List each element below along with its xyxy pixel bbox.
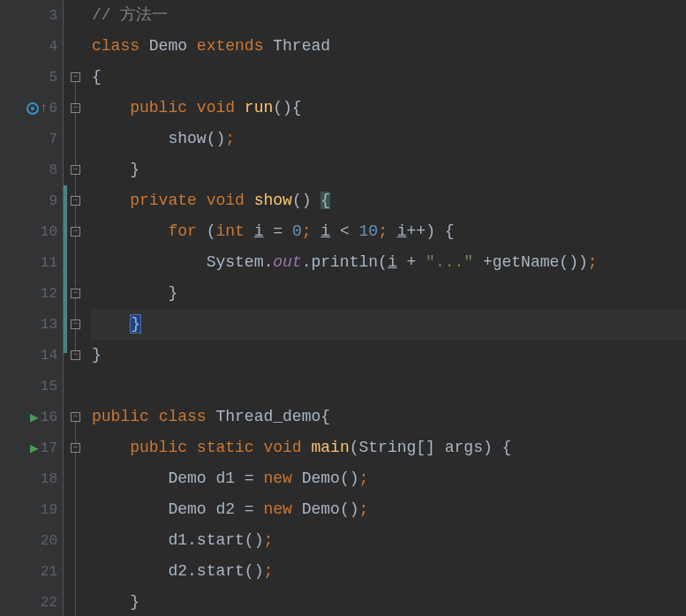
code-line[interactable]: System.out.println(i + "..." +getName())…: [90, 247, 686, 278]
code-line[interactable]: }: [90, 340, 686, 371]
line-number: 5: [0, 62, 63, 93]
line-number: 3: [0, 0, 63, 31]
code-line[interactable]: for (int i = 0; i < 10; i++) {: [90, 216, 686, 247]
override-icon[interactable]: ↑: [26, 101, 49, 116]
fold-column: − − − − − − − − − −: [64, 0, 90, 616]
code-line[interactable]: }: [90, 587, 686, 616]
fold-toggle-icon[interactable]: −: [71, 227, 80, 237]
fold-toggle-icon[interactable]: −: [71, 103, 80, 113]
code-line[interactable]: }: [90, 154, 686, 185]
line-number: ▶ 16: [0, 402, 63, 432]
line-number: 4: [0, 31, 63, 62]
fold-toggle-icon[interactable]: −: [71, 350, 80, 360]
line-number: ↑ 6: [0, 93, 63, 124]
line-number: 21: [0, 556, 63, 587]
run-gutter-icon[interactable]: ▶: [30, 439, 39, 457]
code-line[interactable]: }: [90, 278, 686, 309]
code-line-current[interactable]: }: [90, 309, 686, 340]
line-number: 9: [0, 185, 63, 216]
code-area[interactable]: // 方法一 class Demo extends Thread { publi…: [90, 0, 686, 616]
fold-toggle-icon[interactable]: −: [71, 443, 80, 453]
code-line[interactable]: show();: [90, 124, 686, 154]
code-line[interactable]: d2.start();: [90, 556, 686, 587]
line-number-gutter: 3 4 5 ↑ 6 7 8 9 10 11 12 13 14 15 ▶ 16 ▶…: [0, 0, 64, 616]
line-number: 13: [0, 309, 63, 340]
line-number: 22: [0, 587, 63, 616]
line-number: 14: [0, 340, 63, 371]
line-number: 7: [0, 124, 63, 154]
line-number: 20: [0, 525, 63, 556]
code-line[interactable]: public static void main(String[] args) {: [90, 432, 686, 463]
code-line[interactable]: class Demo extends Thread: [90, 31, 686, 62]
line-number: 8: [0, 154, 63, 185]
line-number: 18: [0, 463, 63, 494]
run-gutter-icon[interactable]: ▶: [30, 409, 39, 426]
code-line[interactable]: public void run(){: [90, 93, 686, 124]
line-number: ▶ 17: [0, 432, 63, 463]
line-number: 15: [0, 371, 63, 402]
code-line[interactable]: Demo d2 = new Demo();: [90, 494, 686, 525]
fold-toggle-icon[interactable]: −: [71, 196, 80, 206]
line-number: 19: [0, 494, 63, 525]
code-line[interactable]: [90, 371, 686, 402]
code-line[interactable]: Demo d1 = new Demo();: [90, 463, 686, 494]
code-line[interactable]: d1.start();: [90, 525, 686, 556]
code-line[interactable]: {: [90, 62, 686, 93]
line-number: 11: [0, 247, 63, 278]
code-line[interactable]: private void show() {: [90, 185, 686, 216]
fold-toggle-icon[interactable]: −: [71, 319, 80, 329]
line-number: 12: [0, 278, 63, 309]
line-number: 10: [0, 216, 63, 247]
fold-toggle-icon[interactable]: −: [71, 165, 80, 175]
fold-toggle-icon[interactable]: −: [71, 412, 80, 422]
fold-toggle-icon[interactable]: −: [71, 72, 80, 82]
code-line[interactable]: public class Thread_demo{: [90, 402, 686, 432]
code-editor[interactable]: 3 4 5 ↑ 6 7 8 9 10 11 12 13 14 15 ▶ 16 ▶…: [0, 0, 686, 616]
code-line[interactable]: // 方法一: [90, 0, 686, 31]
fold-toggle-icon[interactable]: −: [71, 289, 80, 298]
